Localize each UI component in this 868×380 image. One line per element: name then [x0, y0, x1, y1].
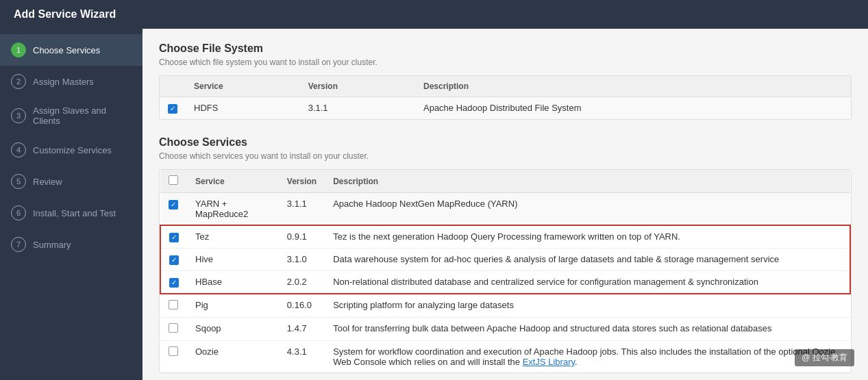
filesystem-title: Choose File System	[159, 42, 852, 55]
svc-checkbox-cell-0[interactable]	[160, 193, 187, 226]
svc-checkbox-cell-3[interactable]	[160, 271, 187, 294]
fs-col-service: Service	[186, 76, 300, 97]
sidebar-item-2[interactable]: 2Assign Masters	[0, 66, 142, 97]
svc-version-0: 3.1.1	[279, 193, 325, 226]
svc-col-description: Description	[325, 170, 850, 193]
header-checkbox[interactable]	[169, 175, 178, 185]
services-section: Choose Services Choose which services yo…	[159, 136, 852, 373]
main-layout: 1Choose Services2Assign Masters3Assign S…	[0, 29, 868, 380]
svc-checkbox-cell-2[interactable]	[160, 249, 187, 271]
services-title: Choose Services	[159, 136, 852, 149]
svc-description-5: Tool for transferring bulk data between …	[325, 318, 850, 341]
step-circle-4: 4	[11, 142, 26, 157]
svc-version-1: 0.9.1	[279, 225, 325, 249]
services-table-container: Service Version Description YARN + MapRe…	[159, 169, 852, 373]
svc-table-row: Sqoop 1.4.7 Tool for transferring bulk d…	[160, 318, 850, 341]
svc-checkbox-1[interactable]	[169, 233, 179, 242]
fs-col-description: Description	[415, 76, 851, 97]
svc-description-6: System for workflow coordination and exe…	[325, 341, 850, 373]
svc-table-row: Pig 0.16.0 Scripting platform for analyz…	[160, 294, 850, 318]
services-table: Service Version Description YARN + MapRe…	[160, 170, 851, 372]
svc-col-version: Version	[279, 170, 325, 193]
svc-table-row: YARN + MapReduce2 3.1.1 Apache Hadoop Ne…	[160, 193, 850, 226]
sidebar-label-7: Summary	[33, 240, 71, 250]
step-circle-7: 7	[11, 237, 26, 252]
svc-checkbox-cell-6[interactable]	[160, 341, 187, 373]
svc-version-2: 3.1.0	[279, 249, 325, 271]
services-subtitle: Choose which services you want to instal…	[159, 151, 852, 161]
filesystem-table: Service Version Description HDFS 3.1.1 A…	[160, 76, 851, 119]
svc-description-2: Data warehouse system for ad-hoc queries…	[325, 249, 850, 271]
step-circle-3: 3	[11, 108, 26, 123]
svc-service-1: Tez	[187, 225, 279, 249]
svc-description-4: Scripting platform for analyzing large d…	[325, 294, 850, 318]
svc-version-4: 0.16.0	[279, 294, 325, 318]
header-title: Add Service Wizard	[14, 8, 116, 20]
svc-table-row: Tez 0.9.1 Tez is the next generation Had…	[160, 225, 850, 249]
step-circle-1: 1	[11, 42, 26, 58]
svc-description-0: Apache Hadoop NextGen MapReduce (YARN)	[325, 193, 850, 226]
svc-description-1: Tez is the next generation Hadoop Query …	[325, 225, 850, 249]
svc-table-row: Hive 3.1.0 Data warehouse system for ad-…	[160, 249, 850, 271]
filesystem-section: Choose File System Choose which file sys…	[159, 42, 852, 120]
sidebar-label-6: Install, Start and Test	[33, 208, 116, 218]
svc-checkbox-cell-5[interactable]	[160, 318, 187, 341]
svc-version-6: 4.3.1	[279, 341, 325, 373]
svc-table-row: HBase 2.0.2 Non-relational distributed d…	[160, 271, 850, 294]
sidebar: 1Choose Services2Assign Masters3Assign S…	[0, 29, 142, 380]
svc-description-3: Non-relational distributed database and …	[325, 271, 850, 294]
watermark: @ 拉勾·教育	[795, 349, 854, 366]
svc-service-6: Oozie	[187, 341, 279, 373]
fs-col-version: Version	[300, 76, 415, 97]
sidebar-label-5: Review	[33, 177, 62, 187]
sidebar-item-4[interactable]: 4Customize Services	[0, 134, 142, 166]
svc-checkbox-0[interactable]	[169, 200, 178, 210]
step-circle-5: 5	[11, 174, 26, 189]
fs-version-0: 3.1.1	[300, 97, 415, 120]
sidebar-item-5[interactable]: 5Review	[0, 166, 142, 197]
svc-service-0: YARN + MapReduce2	[187, 193, 279, 226]
extjs-link[interactable]: ExtJS Library	[523, 357, 575, 367]
svc-version-3: 2.0.2	[279, 271, 325, 294]
filesystem-table-container: Service Version Description HDFS 3.1.1 A…	[159, 75, 852, 120]
sidebar-item-7[interactable]: 7Summary	[0, 229, 142, 260]
sidebar-label-1: Choose Services	[33, 45, 100, 55]
step-circle-2: 2	[11, 74, 26, 89]
svc-checkbox-2[interactable]	[169, 255, 179, 265]
sidebar-item-6[interactable]: 6Install, Start and Test	[0, 197, 142, 229]
fs-checkbox-0[interactable]	[168, 104, 177, 114]
step-circle-6: 6	[11, 205, 26, 220]
svc-checkbox-cell-1[interactable]	[160, 225, 187, 249]
fs-description-0: Apache Hadoop Distributed File System	[415, 97, 851, 120]
fs-col-check	[160, 76, 186, 97]
svc-checkbox-5[interactable]	[169, 323, 178, 333]
svc-service-2: Hive	[187, 249, 279, 271]
fs-checkbox-cell-0[interactable]	[160, 97, 186, 120]
sidebar-label-2: Assign Masters	[33, 77, 94, 87]
svc-version-5: 1.4.7	[279, 318, 325, 341]
sidebar-item-3[interactable]: 3Assign Slaves and Clients	[0, 97, 142, 134]
sidebar-label-4: Customize Services	[33, 145, 112, 155]
fs-service-0: HDFS	[186, 97, 300, 120]
svc-col-check[interactable]	[160, 170, 187, 193]
svc-service-3: HBase	[187, 271, 279, 294]
content-area: Choose File System Choose which file sys…	[142, 29, 868, 380]
svc-checkbox-3[interactable]	[169, 278, 179, 288]
filesystem-subtitle: Choose which file system you want to ins…	[159, 58, 852, 67]
fs-table-row: HDFS 3.1.1 Apache Hadoop Distributed Fil…	[160, 97, 851, 120]
svc-table-row: Oozie 4.3.1 System for workflow coordina…	[160, 341, 850, 373]
sidebar-item-1[interactable]: 1Choose Services	[0, 34, 142, 66]
sidebar-label-3: Assign Slaves and Clients	[33, 105, 132, 126]
svc-service-5: Sqoop	[187, 318, 279, 341]
svc-col-service: Service	[187, 170, 279, 193]
svc-checkbox-cell-4[interactable]	[160, 294, 187, 318]
svc-service-4: Pig	[187, 294, 279, 318]
svc-checkbox-6[interactable]	[169, 346, 178, 356]
svc-checkbox-4[interactable]	[169, 300, 178, 309]
page-header: Add Service Wizard	[0, 0, 868, 29]
